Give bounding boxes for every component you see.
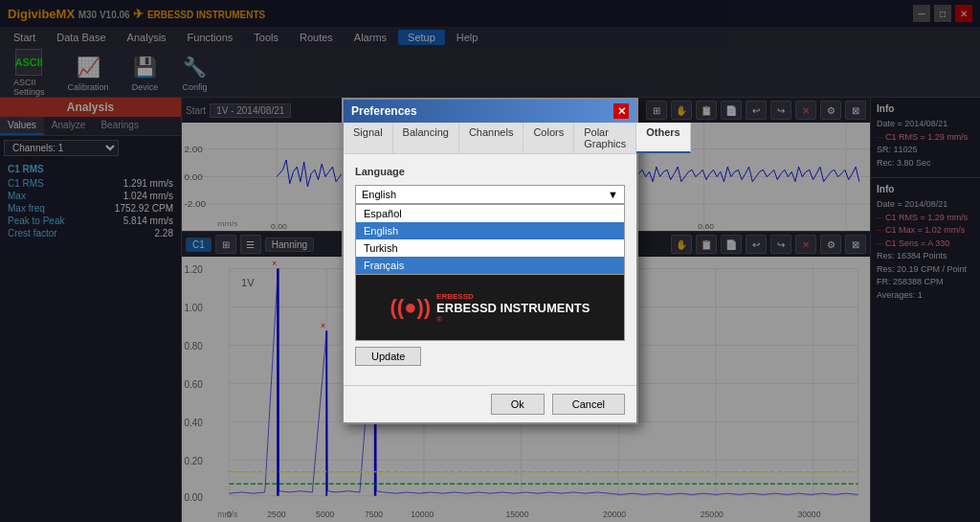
- modal-titlebar: Preferences ✕: [344, 100, 636, 123]
- language-dropdown[interactable]: English ▼ Español English Turkish França…: [355, 185, 625, 204]
- modal-overlay: Preferences ✕ Signal Balancing Channels …: [0, 0, 980, 522]
- language-option-english[interactable]: English: [356, 222, 624, 239]
- preferences-dialog: Preferences ✕ Signal Balancing Channels …: [342, 98, 638, 424]
- language-option-espanol[interactable]: Español: [356, 205, 624, 222]
- modal-tab-channels[interactable]: Channels: [459, 123, 523, 153]
- modal-tab-signal[interactable]: Signal: [344, 123, 393, 153]
- ok-button[interactable]: Ok: [491, 394, 545, 415]
- modal-body: Language English ▼ Español English Turki…: [344, 154, 636, 385]
- cancel-button[interactable]: Cancel: [552, 394, 625, 415]
- update-button[interactable]: Update: [355, 347, 421, 366]
- language-option-turkish[interactable]: Turkish: [356, 239, 624, 257]
- modal-tabs: Signal Balancing Channels Colors Polar G…: [344, 123, 636, 154]
- logo-wave-icon: ((●)): [390, 295, 432, 320]
- modal-tab-polar[interactable]: Polar Graphics: [574, 123, 636, 153]
- company-logo-box: ((●)) ERBESSD ERBESSD INSTRUMENTS ®: [355, 274, 625, 341]
- language-section-label: Language: [355, 166, 625, 177]
- modal-footer: Ok Cancel: [344, 385, 636, 422]
- language-options-list: Español English Turkish Français: [355, 204, 625, 275]
- logo-brand-text: ERBESSD ERBESSD INSTRUMENTS ®: [436, 292, 590, 324]
- modal-title: Preferences: [351, 104, 417, 118]
- logo-inner: ((●)) ERBESSD ERBESSD INSTRUMENTS ®: [390, 292, 590, 324]
- language-option-francais[interactable]: Français: [356, 257, 624, 274]
- modal-tab-others[interactable]: Others: [636, 123, 690, 153]
- modal-close-button[interactable]: ✕: [613, 103, 629, 119]
- dropdown-arrow-icon: ▼: [608, 189, 618, 200]
- modal-tab-balancing[interactable]: Balancing: [393, 123, 459, 153]
- modal-tab-colors[interactable]: Colors: [523, 123, 574, 153]
- language-selected-value: English: [362, 189, 396, 200]
- language-dropdown-button[interactable]: English ▼: [355, 185, 625, 204]
